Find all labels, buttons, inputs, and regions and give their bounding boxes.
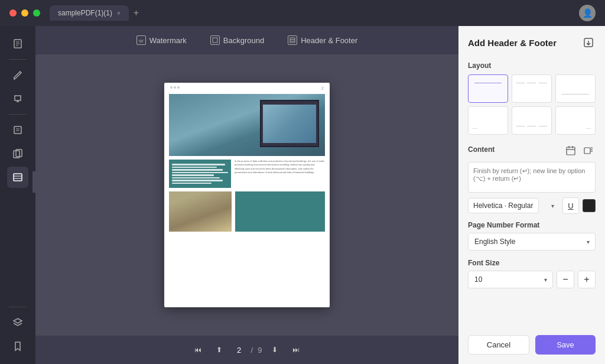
text-line-5: [172, 174, 214, 176]
user-avatar[interactable]: 👤: [579, 5, 596, 21]
sidebar-item-pages[interactable]: [7, 143, 28, 164]
save-button[interactable]: Save: [535, 335, 596, 355]
bottom-image-inner: [169, 191, 232, 232]
font-size-decrease-button[interactable]: −: [557, 271, 574, 288]
next-page-button[interactable]: ⬇: [266, 342, 283, 358]
layout-line-top-selected: [474, 83, 502, 84]
teal-text-block: [169, 160, 231, 188]
sidebar-item-layers[interactable]: [7, 312, 28, 333]
layout-line-tc: [527, 83, 536, 83]
sidebar: [0, 26, 35, 364]
cancel-button[interactable]: Cancel: [468, 335, 529, 355]
maximize-button[interactable]: [33, 9, 40, 17]
close-button[interactable]: [9, 9, 17, 17]
background-tab-icon: [210, 35, 220, 45]
first-page-button[interactable]: ⏮: [190, 342, 206, 358]
layout-option-1[interactable]: [468, 74, 508, 103]
document-preview: 2: [164, 83, 330, 307]
doc-right-text: In the process of data collection and pr…: [235, 160, 325, 188]
svg-rect-6: [14, 126, 21, 134]
text-line-1: [172, 164, 225, 165]
layout-section-label: Layout: [468, 61, 596, 70]
panel-footer: Cancel Save: [468, 326, 596, 355]
insert-icon[interactable]: [581, 144, 596, 158]
content-section-header: Content: [468, 143, 596, 158]
tab-watermark-label: Watermark: [149, 36, 187, 45]
font-size-select[interactable]: 10 12 14 16: [468, 271, 553, 288]
text-line-4: [172, 172, 228, 174]
page-separator: /: [251, 346, 253, 355]
svg-rect-11: [14, 174, 22, 181]
text-line-7: [172, 180, 223, 181]
sidebar-divider-1: [9, 59, 27, 60]
active-tab[interactable]: samplePDF(1)(1) ×: [50, 5, 129, 21]
layout-line-tl: [516, 83, 525, 83]
text-line-6: [172, 177, 220, 179]
svg-text:W: W: [139, 38, 144, 43]
font-family-select[interactable]: Helvetica · Regular: [468, 198, 539, 213]
font-size-increase-button[interactable]: +: [578, 271, 596, 288]
sidebar-item-bookmark[interactable]: [7, 336, 28, 357]
page-number-format-label: Page Number Format: [468, 221, 596, 229]
doc-header: 2: [164, 83, 330, 94]
tab-header-footer-label: Header & Footer: [301, 36, 357, 45]
text-line-8: [172, 183, 212, 184]
layout-line-bl: [516, 126, 525, 126]
tab-header-footer[interactable]: Header & Footer: [276, 32, 369, 48]
doc-bottom: [164, 191, 330, 235]
content-action-icons: [564, 144, 596, 158]
sidebar-item-header-footer[interactable]: [7, 167, 28, 188]
layout-line-tr: [539, 83, 548, 83]
traffic-lights: [9, 9, 40, 17]
tab-bar: samplePDF(1)(1) × +: [50, 5, 144, 21]
layout-line-bottom: [562, 94, 589, 95]
svg-rect-16: [290, 38, 295, 43]
last-page-button[interactable]: ⏭: [288, 342, 304, 358]
sidebar-item-annotate[interactable]: [7, 88, 28, 109]
layout-option-4[interactable]: ___: [468, 106, 508, 135]
font-color-swatch[interactable]: [583, 199, 596, 212]
font-size-row: 10 12 14 16 − +: [468, 271, 596, 288]
sidebar-item-edit[interactable]: [7, 64, 28, 86]
layout-option-6[interactable]: ___: [555, 106, 596, 135]
page-number-input[interactable]: 2: [232, 346, 246, 355]
page-total: 9: [258, 346, 262, 355]
monitor-screen: [263, 105, 316, 143]
sidebar-divider-2: [9, 114, 27, 115]
export-icon[interactable]: [581, 35, 596, 50]
tab-background-label: Background: [223, 36, 264, 45]
sidebar-item-document[interactable]: [7, 33, 28, 54]
monitor-graphic: [260, 100, 319, 147]
font-row: Helvetica · Regular U: [468, 197, 596, 214]
watermark-tab-icon: W: [136, 35, 146, 45]
tab-close-icon[interactable]: ×: [117, 10, 121, 17]
page-number-format-selector: English Style Arabic Style Roman Style: [468, 233, 596, 251]
layout-option-5[interactable]: [512, 106, 552, 135]
text-line-3: [172, 169, 223, 171]
page-number-format-select[interactable]: English Style Arabic Style Roman Style: [468, 233, 596, 251]
content-input[interactable]: [468, 162, 596, 193]
text-line-2: [172, 167, 217, 168]
layout-label-br: ___: [586, 125, 591, 129]
layout-label-bl: ___: [473, 125, 477, 129]
calendar-icon[interactable]: [564, 144, 578, 158]
minimize-button[interactable]: [21, 9, 28, 17]
layout-option-2[interactable]: [512, 74, 552, 103]
tab-watermark[interactable]: W Watermark: [125, 32, 199, 48]
prev-page-button[interactable]: ⬆: [211, 342, 227, 358]
font-size-selector: 10 12 14 16: [468, 271, 553, 288]
header-dot-1: [170, 86, 173, 89]
sidebar-item-extract[interactable]: [7, 119, 28, 141]
panel-header: Add Header & Footer: [468, 35, 596, 50]
underline-button[interactable]: U: [562, 197, 579, 214]
panel-title: Add Header & Footer: [468, 38, 557, 48]
center-area: W Watermark Background: [35, 26, 458, 364]
header-footer-tab-icon: [288, 35, 297, 45]
new-tab-button[interactable]: +: [129, 8, 144, 18]
top-tab-bar: W Watermark Background: [35, 26, 458, 54]
layout-option-3[interactable]: [555, 74, 596, 103]
content-section-label: Content: [468, 145, 495, 154]
doc-bottom-image: [169, 191, 232, 232]
layout-line-br: [539, 126, 548, 126]
tab-background[interactable]: Background: [199, 32, 276, 48]
